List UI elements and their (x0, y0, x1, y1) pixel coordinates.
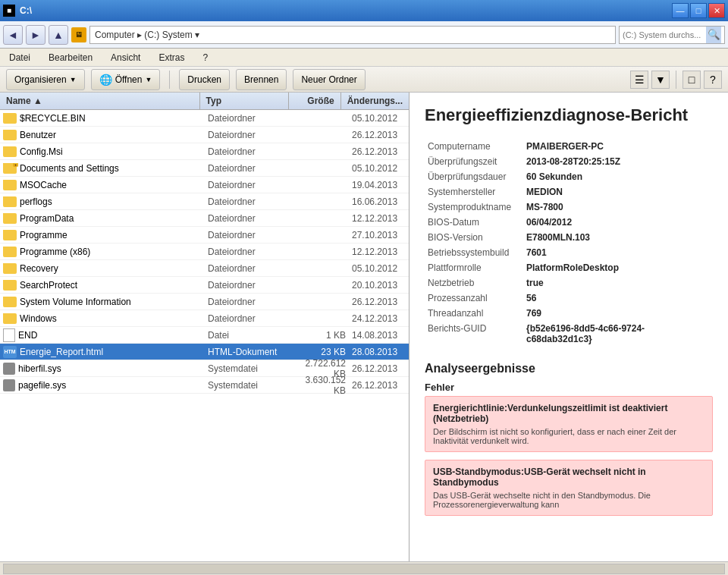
report-field-row: BIOS-VersionE7800MLN.103 (425, 230, 713, 245)
view-details-button[interactable]: ☰ (630, 71, 648, 89)
up-button[interactable]: ▲ (49, 25, 68, 45)
table-row[interactable]: Config.Msi Dateiordner 26.12.2013 (0, 143, 409, 160)
table-row[interactable]: Windows Dateiordner 24.12.2013 (0, 310, 409, 327)
error-box: USB-Standbymodus:USB-Gerät wechselt nich… (425, 460, 713, 516)
table-row[interactable]: MSOCache Dateiordner 19.04.2013 (0, 177, 409, 193)
cell-type: HTML-Dokument (205, 347, 296, 357)
report-field-row: Prozessanzahl56 (425, 291, 713, 306)
field-label: Überprüfungszeit (425, 154, 523, 169)
forward-button[interactable]: ► (26, 25, 46, 45)
open-button[interactable]: 🌐 Öffnen ▼ (91, 69, 161, 90)
menu-help[interactable]: ? (199, 52, 211, 63)
search-input[interactable] (623, 30, 706, 39)
search-box: 🔍 (619, 26, 725, 44)
preview-pane-button[interactable]: □ (682, 71, 701, 89)
table-row[interactable]: Recovery Dateiordner 05.10.2012 (0, 260, 409, 277)
menu-datei[interactable]: Datei (6, 52, 33, 63)
cell-name: Windows (0, 313, 205, 324)
menu-bearbeiten[interactable]: Bearbeiten (46, 52, 96, 63)
cell-type: Dateiordner (205, 196, 296, 207)
field-value: {b52e6196-8dd5-4c66-9724-c68dab32d1c3} (523, 321, 713, 347)
table-row[interactable]: $RECYCLE.BIN Dateiordner 05.10.2012 (0, 110, 409, 127)
table-row[interactable]: Programme Dateiordner 27.10.2013 (0, 227, 409, 244)
col-header-type[interactable]: Typ (200, 93, 289, 109)
col-header-size[interactable]: Größe (289, 93, 341, 109)
cell-date: 20.10.2013 (349, 280, 400, 291)
back-button[interactable]: ◄ (3, 25, 23, 45)
folder-icon (3, 247, 17, 257)
field-label: Überprüfungsdauer (425, 169, 523, 184)
field-value: true (523, 275, 713, 291)
folder-icon (3, 313, 17, 324)
table-row[interactable]: SearchProtect Dateiordner 20.10.2013 (0, 277, 409, 294)
field-value: PMAIBERGER-PC (523, 139, 713, 154)
organize-label: Organisieren (14, 74, 67, 85)
file-name-text: hiberfil.sys (18, 363, 61, 374)
cell-name: Benutzer (0, 130, 205, 140)
cell-name: pagefile.sys (0, 379, 205, 391)
table-row[interactable]: END Datei 1 KB 14.08.2013 (0, 327, 409, 344)
field-label: BIOS-Datum (425, 215, 523, 230)
file-name-text: Energie_Report.html (20, 347, 103, 357)
col-header-name[interactable]: Name ▲ (0, 93, 200, 109)
path-text: Computer ▸ (C:) System ▾ (95, 30, 199, 40)
field-label: BIOS-Version (425, 230, 523, 245)
maximize-button[interactable]: □ (690, 3, 707, 18)
table-row[interactable]: pagefile.sys Systemdatei 3.630.152 KB 26… (0, 377, 409, 394)
table-row[interactable]: System Volume Information Dateiordner 26… (0, 294, 409, 310)
cell-name: System Volume Information (0, 297, 205, 307)
burn-button[interactable]: Brennen (236, 69, 287, 90)
organize-button[interactable]: Organisieren ▼ (6, 69, 85, 90)
cell-type: Dateiordner (205, 247, 296, 257)
cell-name: $RECYCLE.BIN (0, 113, 205, 124)
view-dropdown-button[interactable]: ▼ (651, 71, 670, 89)
field-label: Threadanzahl (425, 306, 523, 321)
new-folder-label: Neuer Ordner (301, 74, 356, 85)
cell-date: 19.04.2013 (349, 180, 400, 190)
folder-icon (3, 280, 17, 291)
minimize-button[interactable]: — (672, 3, 689, 18)
table-row[interactable]: Benutzer Dateiordner 26.12.2013 (0, 127, 409, 143)
file-name-text: Benutzer (20, 130, 56, 140)
cell-date: 27.10.2013 (349, 230, 400, 240)
horizontal-scrollbar[interactable] (3, 564, 725, 574)
help-button[interactable]: ? (704, 71, 722, 89)
menu-extras[interactable]: Extras (155, 52, 187, 63)
cell-date: 05.10.2012 (349, 163, 400, 174)
file-name-text: END (18, 330, 37, 341)
table-row[interactable]: perflogs Dateiordner 16.06.2013 (0, 193, 409, 210)
address-path[interactable]: Computer ▸ (C:) System ▾ (89, 26, 616, 44)
file-header: Name ▲ Typ Größe Änderungs... (0, 93, 409, 110)
cell-date: 16.06.2013 (349, 196, 400, 207)
folder-icon (3, 196, 17, 207)
field-value: 56 (523, 291, 713, 306)
print-button[interactable]: Drucken (179, 69, 230, 90)
table-row[interactable]: 🔒 Documents and Settings Dateiordner 05.… (0, 160, 409, 177)
cell-date: 05.10.2012 (349, 263, 400, 274)
file-name-text: MSOCache (20, 180, 67, 190)
report-field-row: SystemherstellerMEDION (425, 184, 713, 200)
window-icon: ■ (3, 5, 15, 17)
new-folder-button[interactable]: Neuer Ordner (293, 69, 365, 90)
field-label: Systemproduktname (425, 200, 523, 215)
cell-name: SearchProtect (0, 280, 205, 291)
toolbar-right: ☰ ▼ □ ? (630, 71, 722, 89)
table-row[interactable]: Programme (x86) Dateiordner 12.12.2013 (0, 244, 409, 260)
file-name-text: System Volume Information (20, 297, 131, 307)
folder-icon (3, 213, 17, 224)
report-field-row: ComputernamePMAIBERGER-PC (425, 139, 713, 154)
cell-date: 12.12.2013 (349, 247, 400, 257)
file-name-text: Documents and Settings (20, 163, 119, 174)
search-button[interactable]: 🔍 (706, 27, 721, 43)
report-field-row: BIOS-Datum06/04/2012 (425, 215, 713, 230)
table-row[interactable]: ProgramData Dateiordner 12.12.2013 (0, 210, 409, 227)
cell-type: Dateiordner (205, 213, 296, 224)
field-label: Prozessanzahl (425, 291, 523, 306)
errors-container: Energierichtlinie:Verdunkelungszeitlimit… (425, 396, 713, 516)
col-header-date[interactable]: Änderungs... (341, 93, 409, 109)
cell-type: Dateiordner (205, 180, 296, 190)
open-label: Öffnen (115, 74, 143, 85)
burn-label: Brennen (244, 74, 278, 85)
menu-ansicht[interactable]: Ansicht (108, 52, 143, 63)
close-button[interactable]: ✕ (708, 3, 725, 18)
